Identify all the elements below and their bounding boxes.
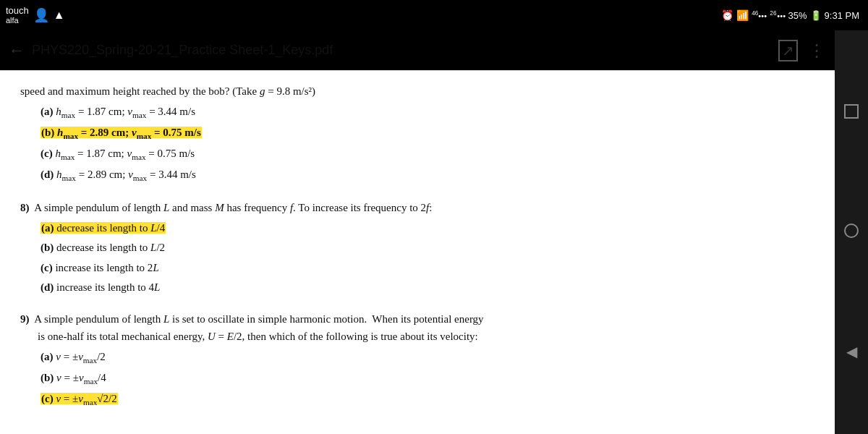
pdf-title: PHYS220_Spring-20-21_Practice Sheet-1_Ke… [32, 43, 771, 58]
q8-option-d: (d) increase its length to 4L [41, 278, 812, 297]
signal-strength-2: 26⦁⦁⦁ [770, 10, 785, 21]
header-actions: ↗ ⋮ [778, 40, 826, 61]
question-8: 8) A simple pendulum of length L and mas… [20, 199, 812, 297]
q7-options: (a) hmax = 1.87 cm; vmax = 3.44 m/s (b) … [41, 103, 812, 186]
more-options-icon[interactable]: ⋮ [808, 41, 826, 61]
wifi-icon: 📶 [736, 9, 749, 21]
back-button[interactable]: ← [9, 41, 25, 60]
status-left: touch alfa 👤 ▲ [6, 6, 65, 25]
triangle-nav-icon[interactable]: ◀ [846, 343, 857, 360]
q8-option-c: (c) increase its length to 2L [41, 259, 812, 278]
pdf-content: speed and maximum height reached by the … [0, 71, 835, 434]
q8-options: (a) decrease its length to L/4 (b) decre… [41, 219, 812, 297]
q9-option-c: (c) v = ±vmax√2/2 [41, 390, 812, 409]
pre-question-text: speed and maximum height reached by the … [20, 82, 812, 186]
battery-icon: 🔋 [810, 10, 822, 21]
status-right: ⏰ 📶 46⦁⦁⦁ 26⦁⦁⦁ 35% 🔋 9:31 PM [721, 9, 859, 21]
q8-option-b: (b) decrease its length to L/2 [41, 239, 812, 258]
pdf-header: ← PHYS220_Spring-20-21_Practice Sheet-1_… [0, 30, 835, 71]
q7-option-a: (a) hmax = 1.87 cm; vmax = 3.44 m/s [41, 103, 812, 122]
q9-options: (a) v = ±vmax/2 (b) v = ±vmax/4 (c) v = … [41, 348, 812, 409]
facebook-icon: 👤 [33, 7, 49, 23]
time-display: 9:31 PM [825, 10, 859, 21]
battery-percentage: 35% [788, 10, 807, 21]
app-name-touch: touch alfa [6, 6, 29, 25]
alarm-icon: ⏰ [721, 9, 733, 21]
circle-nav-icon[interactable] [844, 224, 859, 238]
notification-icon: ▲ [54, 9, 65, 22]
q9-option-a: (a) v = ±vmax/2 [41, 348, 812, 367]
q7-option-d: (d) hmax = 2.89 cm; vmax = 3.44 m/s [41, 166, 812, 185]
square-nav-icon[interactable] [844, 104, 859, 119]
android-nav-sidebar: ◀ [835, 30, 868, 434]
q7-option-b: (b) hmax = 2.89 cm; vmax = 0.75 m/s [41, 124, 812, 143]
external-link-icon[interactable]: ↗ [778, 40, 798, 61]
pdf-viewer: ← PHYS220_Spring-20-21_Practice Sheet-1_… [0, 30, 835, 434]
q7-option-c: (c) hmax = 1.87 cm; vmax = 0.75 m/s [41, 145, 812, 164]
question-9: 9) A simple pendulum of length L is set … [20, 310, 812, 409]
q9-option-b: (b) v = ±vmax/4 [41, 369, 812, 388]
status-bar: touch alfa 👤 ▲ ⏰ 📶 46⦁⦁⦁ 26⦁⦁⦁ 35% 🔋 9:3… [0, 0, 868, 30]
q8-option-a: (a) decrease its length to L/4 [41, 219, 812, 238]
signal-strength-1: 46⦁⦁⦁ [752, 10, 767, 21]
